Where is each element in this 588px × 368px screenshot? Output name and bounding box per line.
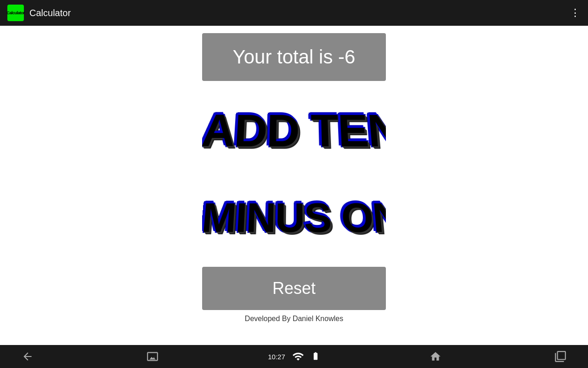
developer-credit: Developed By Daniel Knowles <box>245 315 343 323</box>
status-bar-right: 10:27 <box>268 347 320 366</box>
reset-text: Reset <box>272 279 316 298</box>
minus-one-label: MINUS ONE <box>202 197 386 238</box>
nav-bar: 10:27 <box>0 345 588 368</box>
time-display: 10:27 <box>268 353 285 361</box>
app-icon: Calculator <box>7 5 24 21</box>
minus-one-button[interactable]: MINUS ONE <box>202 174 386 261</box>
recents-icon <box>554 351 566 362</box>
back-icon <box>22 351 34 362</box>
screenshot-icon <box>147 351 158 362</box>
wifi-signal-icon <box>292 351 304 362</box>
back-button[interactable] <box>18 347 37 366</box>
main-content: Your total is -6 ADD TEN MINUS ONE Reset… <box>0 26 588 345</box>
recents-button[interactable] <box>551 347 570 366</box>
app-bar-left: Calculator Calculator <box>7 5 71 21</box>
total-display: Your total is -6 <box>202 33 386 81</box>
wifi-icon <box>289 347 307 366</box>
app-bar: Calculator Calculator ⋮ <box>0 0 588 26</box>
add-ten-label: ADD TEN <box>202 108 386 154</box>
buttons-container: ADD TEN MINUS ONE <box>202 86 386 261</box>
reset-button[interactable]: Reset <box>202 267 386 310</box>
battery-icon <box>311 351 320 362</box>
screenshot-button[interactable] <box>143 347 162 366</box>
home-icon <box>430 351 441 362</box>
total-text: Your total is -6 <box>233 46 356 68</box>
app-title: Calculator <box>29 8 71 18</box>
home-button[interactable] <box>426 347 445 366</box>
add-ten-button[interactable]: ADD TEN <box>202 86 386 174</box>
overflow-menu-icon[interactable]: ⋮ <box>570 8 581 18</box>
